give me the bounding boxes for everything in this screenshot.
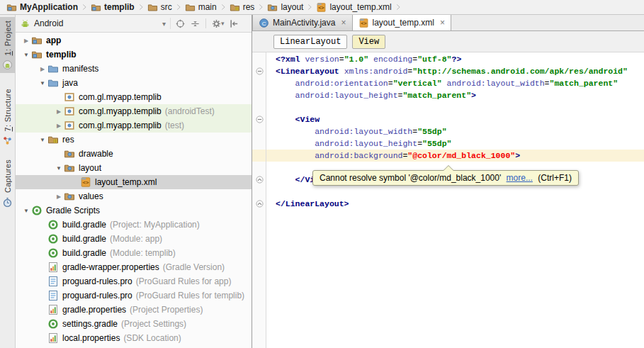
tree-item[interactable]: ▶com.gl.myapp.templib(test) bbox=[16, 118, 252, 133]
tree-item[interactable]: ▼java bbox=[16, 76, 252, 90]
props-icon bbox=[47, 262, 59, 273]
tree-item[interactable]: ▼res bbox=[16, 133, 252, 147]
code-line[interactable]: android:layout_width="55dp" bbox=[252, 125, 644, 137]
xml-breadcrumb-linearlayout[interactable]: LinearLayout bbox=[273, 35, 347, 49]
tree-item[interactable]: gradle-wrapper.properties(Gradle Version… bbox=[16, 260, 252, 274]
gear-icon bbox=[211, 18, 222, 29]
svg-text:<>: <> bbox=[319, 4, 324, 11]
code-line[interactable]: </LinearLayout> bbox=[252, 198, 644, 210]
folder-blue-icon bbox=[47, 77, 59, 89]
view-selector-label: Android bbox=[34, 18, 159, 28]
tree-item[interactable]: drawable bbox=[16, 147, 252, 161]
stripe-tab---structure[interactable]: 7: Structure bbox=[0, 85, 15, 149]
code-token: ?> bbox=[452, 55, 462, 64]
editor-tab[interactable]: CMainActivity.java× bbox=[252, 15, 353, 30]
tree-item[interactable]: ▼templib bbox=[16, 47, 252, 62]
tree-expand-arrow[interactable]: ▼ bbox=[38, 80, 47, 86]
fold-marker[interactable] bbox=[252, 67, 266, 75]
code-line[interactable]: <LinearLayout xmlns:android="http://sche… bbox=[252, 65, 644, 77]
tree-item-label: com.gl.myapp.templib bbox=[79, 106, 162, 116]
tree-item-label: manifests bbox=[62, 64, 98, 74]
tree-expand-arrow[interactable]: ▼ bbox=[54, 165, 64, 172]
collapse-all-button[interactable] bbox=[188, 17, 202, 30]
editor-tab-label: MainActivity.java bbox=[273, 18, 335, 28]
collapse-all-icon bbox=[190, 18, 200, 29]
code-line[interactable]: <View bbox=[252, 113, 644, 125]
code-line[interactable]: android:layout_height="55dp" bbox=[252, 137, 644, 150]
stripe-tab---project[interactable]: 1: Project bbox=[0, 17, 15, 73]
tree-expand-arrow[interactable]: ▼ bbox=[21, 52, 31, 58]
tree-item[interactable]: ▶app bbox=[16, 33, 252, 47]
breadcrumb-label: templib bbox=[104, 2, 135, 12]
tree-item[interactable]: gradle.properties(Project Properties) bbox=[16, 303, 252, 317]
breadcrumb-item[interactable]: <>layout_temp.xml bbox=[315, 1, 392, 13]
code-line-text: android:background="@color/md_black_1000… bbox=[266, 151, 520, 160]
tree-expand-arrow[interactable]: ▼ bbox=[38, 137, 47, 143]
code-line[interactable]: android:layout_height="match_parent"> bbox=[252, 89, 644, 101]
tree-item[interactable]: local.properties(SDK Location) bbox=[16, 331, 252, 345]
settings-button[interactable]: ▾ bbox=[210, 17, 226, 30]
error-tooltip: Cannot resolve symbol '@color/md_black_1… bbox=[312, 170, 579, 186]
xml-breadcrumb-view[interactable]: View bbox=[352, 35, 385, 49]
code-token bbox=[276, 115, 295, 124]
breadcrumb-item[interactable]: MyApplication bbox=[5, 1, 79, 13]
gutter-separator bbox=[266, 52, 266, 348]
tree-expand-arrow[interactable]: ▶ bbox=[38, 66, 47, 72]
tree-expand-arrow[interactable]: ▶ bbox=[54, 108, 64, 115]
tree-expand-arrow[interactable]: ▶ bbox=[21, 38, 31, 44]
tree-item[interactable]: ▼Gradle Scripts bbox=[16, 203, 252, 218]
tree-item[interactable]: ▶values bbox=[16, 189, 252, 203]
tree-item[interactable]: <>layout_temp.xml bbox=[16, 175, 252, 189]
code-line[interactable]: <?xml version="1.0" encoding="utf-8"?> bbox=[252, 53, 644, 65]
code-token bbox=[276, 175, 295, 184]
chevron-down-icon: ▾ bbox=[221, 20, 225, 27]
code-line[interactable]: android:background="@color/md_black_1000… bbox=[252, 150, 644, 162]
tree-item[interactable]: build.gradle(Module: templib) bbox=[16, 246, 252, 260]
code-line[interactable] bbox=[252, 186, 644, 198]
tree-item[interactable]: ▶manifests bbox=[16, 62, 252, 76]
breadcrumb-item[interactable]: templib bbox=[89, 1, 136, 13]
code-line[interactable] bbox=[252, 101, 644, 113]
tree-item[interactable]: ▶com.gl.myapp.templib(androidTest) bbox=[16, 104, 252, 118]
gradle-icon bbox=[31, 205, 43, 216]
tree-item-suffix: (Project Properties) bbox=[130, 305, 203, 315]
fold-marker[interactable] bbox=[252, 176, 266, 184]
code-editor[interactable]: <?xml version="1.0" encoding="utf-8"?><L… bbox=[252, 52, 644, 348]
code-line[interactable]: android:orientation="vertical" android:l… bbox=[252, 77, 644, 89]
tool-window-stripe: 1: Project7: StructureCaptures bbox=[0, 15, 16, 348]
editor-tab[interactable]: <>layout_temp.xml× bbox=[353, 15, 451, 30]
tree-item-label: proguard-rules.pro bbox=[62, 291, 132, 301]
tree-item-label: com.gl.myapp.templib bbox=[79, 120, 162, 130]
close-tab-icon[interactable]: × bbox=[341, 18, 346, 28]
breadcrumb-item[interactable]: res bbox=[228, 1, 256, 13]
tree-item[interactable]: proguard-rules.pro(ProGuard Rules for ap… bbox=[16, 274, 252, 288]
project-view-selector[interactable]: Android ▾ bbox=[16, 15, 170, 32]
tree-expand-arrow[interactable]: ▶ bbox=[54, 123, 64, 129]
breadcrumb-item[interactable]: layout bbox=[266, 1, 305, 13]
close-tab-icon[interactable]: × bbox=[440, 18, 445, 28]
tree-expand-arrow[interactable]: ▶ bbox=[54, 193, 64, 200]
fold-marker[interactable] bbox=[252, 116, 266, 123]
breadcrumb-item[interactable]: src bbox=[146, 1, 174, 13]
code-token: android:orientation bbox=[295, 79, 388, 88]
tree-item[interactable]: ▼layout bbox=[16, 161, 252, 175]
svg-text:C: C bbox=[262, 20, 266, 26]
folder-module-icon bbox=[31, 35, 43, 46]
tree-item-label: build.gradle bbox=[62, 234, 106, 244]
breadcrumb-item[interactable]: main bbox=[183, 1, 218, 13]
tree-item[interactable]: build.gradle(Project: MyApplication) bbox=[16, 218, 252, 232]
textfile-icon bbox=[47, 290, 59, 301]
tree-item[interactable]: build.gradle(Module: app) bbox=[16, 232, 252, 246]
tree-item[interactable]: com.gl.myapp.templib bbox=[16, 90, 252, 104]
tree-item[interactable]: proguard-rules.pro(ProGuard Rules for te… bbox=[16, 288, 252, 303]
nav-breadcrumb-bar: MyApplicationtemplibsrcmainreslayout<>la… bbox=[0, 0, 644, 15]
code-line-text: </LinearLayout> bbox=[266, 199, 349, 208]
fold-marker[interactable] bbox=[252, 200, 266, 208]
tree-item[interactable]: settings.gradle(Project Settings) bbox=[16, 317, 252, 331]
tooltip-more-link[interactable]: more... bbox=[507, 173, 533, 183]
hide-button[interactable] bbox=[227, 17, 241, 30]
locate-button[interactable] bbox=[174, 17, 187, 30]
stripe-tab-captures[interactable]: Captures bbox=[0, 156, 15, 211]
tree-expand-arrow[interactable]: ▼ bbox=[21, 208, 31, 214]
tree-item-label: layout_temp.xml bbox=[95, 177, 157, 187]
